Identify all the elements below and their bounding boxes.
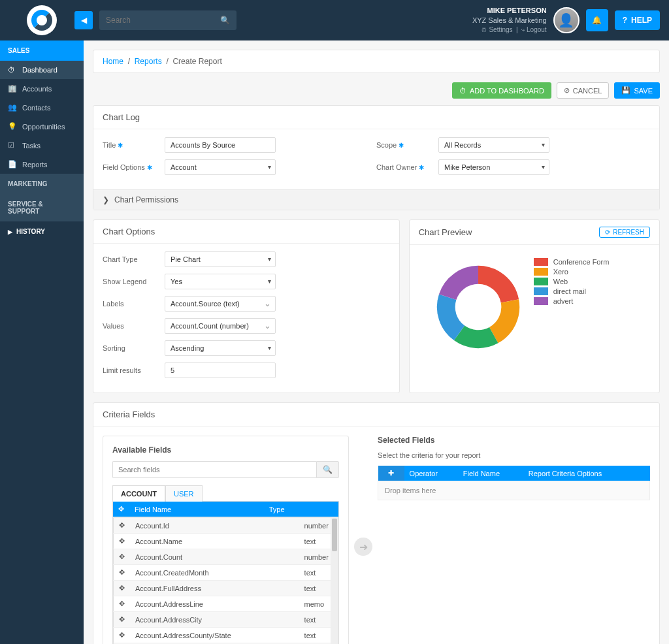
sidebar-section-sales: SALES bbox=[0, 40, 84, 61]
tab-account[interactable]: ACCOUNT bbox=[112, 485, 165, 502]
sidebar-section-service[interactable]: SERVICE & SUPPORT bbox=[0, 194, 84, 221]
drag-handle-icon[interactable]: ✥ bbox=[114, 596, 131, 612]
search-fields-input[interactable] bbox=[112, 461, 316, 478]
transfer-right-button[interactable]: ➜ bbox=[354, 538, 372, 556]
chart-permissions-toggle[interactable]: ❯ Chart Permissions bbox=[93, 189, 659, 210]
sidebar-item-dashboard[interactable]: ⏱Dashboard bbox=[0, 61, 84, 79]
chart-preview-panel: Chart Preview ⟳REFRESH Conference FormXe… bbox=[409, 219, 660, 393]
dashboard-gauge-icon: ⏱ bbox=[459, 87, 466, 95]
breadcrumb-reports[interactable]: Reports bbox=[135, 57, 162, 66]
breadcrumb-home[interactable]: Home bbox=[103, 57, 123, 66]
notifications-button[interactable]: 🔔 bbox=[586, 9, 608, 31]
chart-legend: Conference FormXeroWebdirect mailadvert bbox=[534, 258, 610, 349]
avatar[interactable]: 👤 bbox=[553, 7, 579, 33]
cancel-button[interactable]: ⊘CANCEL bbox=[557, 82, 610, 99]
search-input[interactable] bbox=[106, 16, 220, 25]
logo bbox=[9, 5, 74, 35]
chevron-right-icon: ➜ bbox=[359, 541, 368, 553]
table-row[interactable]: ✥Account.FullAddresstext bbox=[114, 581, 338, 596]
sidebar-item-tasks[interactable]: ☑Tasks bbox=[0, 136, 84, 155]
sidebar-item-accounts[interactable]: 🏢Accounts bbox=[0, 79, 84, 98]
drag-handle-icon[interactable]: ✥ bbox=[114, 581, 131, 596]
add-criteria-button[interactable]: ✚ bbox=[378, 466, 404, 481]
available-fields: Available Fields 🔍 ACCOUNT USER ✥Field N… bbox=[103, 436, 349, 644]
settings-link[interactable]: ⛭ Settings bbox=[481, 26, 513, 33]
sidebar: SALES ⏱Dashboard 🏢Accounts 👥Contacts 💡Op… bbox=[0, 40, 84, 644]
table-row[interactable]: ✥Account.Countnumber bbox=[114, 549, 338, 565]
sidebar-section-history[interactable]: ▶HISTORY bbox=[0, 221, 84, 242]
donut-chart bbox=[436, 265, 521, 349]
title-label: Title✱ bbox=[103, 141, 165, 149]
scrollbar[interactable] bbox=[331, 517, 338, 644]
legend-item: Web bbox=[534, 278, 610, 285]
drag-handle-icon[interactable]: ✥ bbox=[114, 628, 131, 643]
help-button[interactable]: ? HELP bbox=[615, 10, 660, 30]
show-legend-select[interactable]: Yes bbox=[165, 274, 276, 289]
save-icon: 💾 bbox=[621, 86, 630, 95]
contacts-icon: 👥 bbox=[8, 103, 17, 112]
sidebar-item-opportunities[interactable]: 💡Opportunities bbox=[0, 117, 84, 136]
table-row[interactable]: ✥Account.Nametext bbox=[114, 534, 338, 549]
opportunities-icon: 💡 bbox=[8, 122, 17, 131]
limit-input[interactable] bbox=[165, 362, 276, 378]
drag-handle-icon[interactable]: ✥ bbox=[114, 549, 131, 565]
available-fields-header: Available Fields bbox=[112, 445, 339, 455]
chart-type-select[interactable]: Pie Chart bbox=[165, 251, 276, 267]
table-row[interactable]: ✥Account.AddressCounty/Statetext bbox=[114, 628, 338, 643]
legend-item: Xero bbox=[534, 268, 610, 276]
topbar: ◀ 🔍 MIKE PETERSON XYZ Sales & Marketing … bbox=[0, 0, 669, 40]
drag-handle-icon[interactable]: ✥ bbox=[114, 612, 131, 628]
selected-fields-instruction: Select the criteria for your report bbox=[378, 451, 650, 459]
limit-label: Limit results bbox=[103, 366, 165, 374]
search-icon: 🔍 bbox=[220, 16, 230, 25]
save-button[interactable]: 💾SAVE bbox=[614, 82, 660, 99]
chevron-right-icon: ❯ bbox=[103, 195, 109, 204]
sorting-label: Sorting bbox=[103, 344, 165, 352]
sorting-select[interactable]: Ascending bbox=[165, 340, 276, 356]
refresh-icon: ⟳ bbox=[605, 229, 610, 236]
bell-icon: 🔔 bbox=[592, 16, 602, 25]
chart-owner-select[interactable]: Mike Peterson bbox=[438, 159, 549, 175]
chevron-right-icon: ▶ bbox=[8, 229, 12, 235]
scope-select[interactable]: All Records bbox=[438, 137, 549, 153]
accounts-icon: 🏢 bbox=[8, 84, 17, 93]
dashboard-icon: ⏱ bbox=[8, 66, 17, 74]
user-org: XYZ Sales & Marketing bbox=[472, 16, 547, 25]
breadcrumb-current: Create Report bbox=[172, 57, 221, 66]
drag-handle-icon[interactable]: ✥ bbox=[114, 534, 131, 549]
sidebar-item-reports[interactable]: 📄Reports bbox=[0, 155, 84, 174]
drop-zone[interactable]: Drop items here bbox=[378, 481, 650, 500]
criteria-fields-header: Criteria Fields bbox=[93, 403, 659, 427]
chart-log-panel: Chart Log Title✱ Field Options✱ Account … bbox=[93, 105, 660, 210]
labels-select[interactable]: Account.Source (text) bbox=[165, 296, 276, 312]
table-row[interactable]: ✥Account.CreatedMonthtext bbox=[114, 565, 338, 581]
content: Home / Reports / Create Report ⏱ADD TO D… bbox=[84, 40, 669, 644]
breadcrumb: Home / Reports / Create Report bbox=[93, 50, 660, 73]
logout-link[interactable]: ↪ Logout bbox=[521, 26, 546, 33]
tab-user[interactable]: USER bbox=[165, 485, 203, 502]
sidebar-section-marketing[interactable]: MARKETING bbox=[0, 174, 84, 194]
field-options-select[interactable]: Account bbox=[165, 159, 276, 175]
search-icon: 🔍 bbox=[323, 465, 333, 474]
drag-handle-icon[interactable]: ✥ bbox=[114, 518, 131, 534]
table-row[interactable]: ✥Account.Idnumber bbox=[114, 518, 338, 534]
chart-owner-label: Chart Owner✱ bbox=[376, 163, 438, 171]
labels-label: Labels bbox=[103, 300, 165, 308]
search-fields-button[interactable]: 🔍 bbox=[316, 461, 339, 478]
values-select[interactable]: Account.Count (number) bbox=[165, 318, 276, 334]
refresh-button[interactable]: ⟳REFRESH bbox=[599, 227, 650, 238]
drag-handle-icon[interactable]: ✥ bbox=[114, 565, 131, 581]
sidebar-item-contacts[interactable]: 👥Contacts bbox=[0, 98, 84, 117]
reports-icon: 📄 bbox=[8, 160, 17, 169]
table-row[interactable]: ✥Account.AddressCitytext bbox=[114, 612, 338, 628]
cancel-icon: ⊘ bbox=[564, 86, 570, 95]
global-search[interactable]: 🔍 bbox=[99, 10, 237, 30]
legend-item: Conference Form bbox=[534, 258, 610, 266]
add-to-dashboard-button[interactable]: ⏱ADD TO DASHBOARD bbox=[452, 82, 551, 99]
field-options-label: Field Options✱ bbox=[103, 163, 165, 171]
help-icon: ? bbox=[623, 16, 627, 25]
values-label: Values bbox=[103, 322, 165, 330]
sidebar-toggle-button[interactable]: ◀ bbox=[74, 11, 93, 29]
table-row[interactable]: ✥Account.AddressLinememo bbox=[114, 596, 338, 612]
title-input[interactable] bbox=[165, 137, 276, 153]
